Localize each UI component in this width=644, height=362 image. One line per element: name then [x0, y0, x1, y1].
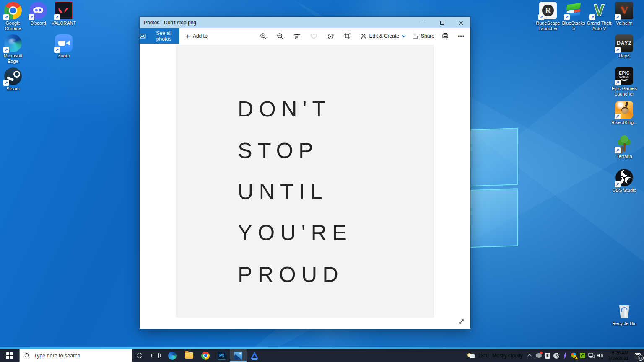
- photoshop-icon: Ps: [218, 352, 226, 360]
- photo-viewer-canvas: DON'T STOP UNTIL YOU'RE PROUD: [140, 44, 470, 329]
- action-center-button[interactable]: 17: [631, 349, 644, 362]
- show-hidden-icons-button[interactable]: [526, 349, 534, 362]
- weather-condition: Mostly cloudy: [492, 353, 523, 359]
- photo-text-line: YOU'RE: [238, 220, 352, 245]
- shortcut-arrow-icon: ↗: [54, 14, 60, 20]
- add-to-label: Add to: [193, 33, 208, 39]
- desktop-icon-discord[interactable]: ↗ Discord: [25, 2, 51, 26]
- delete-button[interactable]: [292, 30, 302, 42]
- minimize-button[interactable]: [414, 17, 433, 28]
- fullscreen-button[interactable]: [456, 316, 466, 326]
- share-icon: [412, 33, 418, 39]
- tray-nvidia-button[interactable]: [579, 352, 586, 359]
- desktop-icon-label: Recycle Bin: [611, 321, 637, 326]
- desktop-icon-label: OBS Studio: [611, 188, 637, 193]
- see-all-photos-button[interactable]: See all photos: [140, 28, 179, 44]
- photos-window: Photos - Don't stop.png See all photos +…: [140, 17, 470, 329]
- close-button[interactable]: [452, 17, 470, 28]
- windows-logo-icon: [6, 352, 13, 359]
- shortcut-arrow-icon: ↗: [538, 14, 544, 20]
- desktop-icon-obs-studio[interactable]: ↗ OBS Studio: [611, 169, 637, 193]
- zoom-in-icon: [260, 33, 267, 40]
- desktop-icon-label: Microsoft Edge: [0, 53, 26, 64]
- photos-app-icon: [234, 352, 242, 360]
- desktop-icon-label: RuneScape Launcher: [535, 21, 561, 31]
- system-tray: 28°C Mostly cloudy E: [464, 349, 644, 362]
- desktop-icon-microsoft-edge[interactable]: ↗ Microsoft Edge: [0, 34, 26, 64]
- zoom-in-button[interactable]: [258, 30, 268, 42]
- desktop-icon-label: Grand Theft Auto V: [586, 21, 612, 31]
- edit-create-label: Edit & Create: [369, 33, 399, 39]
- toolbar-right-icons: Edit & Create Share •••: [360, 28, 466, 44]
- edit-create-button[interactable]: Edit & Create: [360, 33, 406, 39]
- tray-windows-security-button[interactable]: [571, 352, 577, 359]
- add-to-button[interactable]: + Add to: [182, 28, 211, 44]
- desktop-icon-dayz[interactable]: DAYZ ↗ DayZ: [611, 34, 637, 59]
- desktop-icon-recycle-bin[interactable]: Recycle Bin: [611, 302, 637, 326]
- speaker-icon: [597, 353, 603, 358]
- photo-text-line: STOP: [238, 138, 319, 163]
- shortcut-arrow-icon: ↗: [564, 14, 570, 20]
- desktop-icon-valorant[interactable]: ↗ VALORANT: [51, 2, 77, 26]
- taskbar-triangle-app-button[interactable]: [246, 349, 263, 362]
- print-button[interactable]: [440, 30, 450, 42]
- share-button[interactable]: Share: [412, 33, 434, 39]
- photoshop-button[interactable]: Ps: [213, 349, 230, 362]
- photos-app-button-active[interactable]: [230, 349, 247, 362]
- tray-volume-button[interactable]: [597, 352, 603, 359]
- desktop: ↗ Google Chrome ↗ Discord ↗ VALORANT ↗ M…: [0, 0, 644, 362]
- desktop-icon-terraria[interactable]: ↗ Terraria: [611, 135, 637, 159]
- taskbar-chrome-button[interactable]: [197, 349, 214, 362]
- window-titlebar[interactable]: Photos - Don't stop.png: [140, 17, 470, 28]
- see-more-button[interactable]: •••: [456, 30, 466, 42]
- desktop-icon-runescape[interactable]: R ↗ RuneScape Launcher: [535, 2, 561, 31]
- zoom-out-button[interactable]: [275, 30, 285, 42]
- crop-button[interactable]: [342, 30, 352, 42]
- plus-icon: +: [186, 33, 190, 40]
- shortcut-arrow-icon: ↗: [3, 14, 9, 20]
- rotate-button[interactable]: [325, 30, 335, 42]
- maximize-button[interactable]: [433, 17, 452, 28]
- shortcut-arrow-icon: ↗: [589, 14, 595, 20]
- favorite-button[interactable]: [309, 30, 319, 42]
- photo-image[interactable]: DON'T STOP UNTIL YOU'RE PROUD: [176, 45, 434, 318]
- ellipsis-icon: •••: [458, 33, 465, 39]
- desktop-icon-valheim[interactable]: V ↗ Valheim: [611, 2, 637, 26]
- shortcut-arrow-icon: ↗: [615, 114, 621, 119]
- desktop-icon-label: Zoom: [51, 53, 77, 59]
- desktop-icon-gtav[interactable]: V ↗ Grand Theft Auto V: [586, 2, 612, 31]
- close-icon: [459, 21, 463, 25]
- shortcut-arrow-icon: ↗: [615, 14, 621, 20]
- file-explorer-button[interactable]: [181, 349, 197, 362]
- desktop-icon-epic-games[interactable]: EPICGAMES ↗ Epic Games Launcher: [611, 67, 637, 97]
- shortcut-arrow-icon: ↗: [54, 47, 60, 53]
- task-view-icon: [153, 353, 159, 358]
- taskbar-edge-button[interactable]: [164, 349, 181, 362]
- discord-tray-icon: [536, 353, 542, 358]
- recycle-bin-icon: [615, 302, 633, 320]
- shortcut-arrow-icon: ↗: [615, 80, 621, 85]
- desktop-icon-rise-of-kingdoms[interactable]: ↗ RiseofKing...: [611, 101, 637, 125]
- crop-icon: [344, 33, 351, 39]
- taskbar-search-input[interactable]: Type here to search: [19, 349, 132, 362]
- desktop-icon-zoom[interactable]: ↗ Zoom: [51, 34, 77, 59]
- cortana-button[interactable]: [131, 349, 148, 362]
- tray-network-button[interactable]: [588, 352, 595, 359]
- photo-text-line: PROUD: [238, 262, 344, 287]
- tray-epic-button[interactable]: E: [544, 352, 551, 359]
- tray-discord-button[interactable]: [535, 352, 542, 359]
- chevron-up-icon: [527, 354, 532, 358]
- desktop-icon-bluestacks[interactable]: ↗ BlueStacks 5: [561, 2, 587, 31]
- tray-medal-button[interactable]: [562, 352, 568, 359]
- weather-widget[interactable]: 28°C Mostly cloudy: [464, 349, 527, 362]
- tray-steam-button[interactable]: [553, 352, 559, 359]
- taskbar-clock[interactable]: 8:26 AM 7/19/2021: [605, 350, 631, 361]
- task-view-button[interactable]: [147, 349, 164, 362]
- expand-diagonal-icon: [458, 318, 465, 325]
- taskbar: Type here to search Ps 28°C Mostly cloud…: [0, 349, 644, 362]
- desktop-icon-steam[interactable]: ↗ Steam: [0, 67, 26, 92]
- start-button[interactable]: [0, 349, 19, 362]
- shortcut-arrow-icon: ↗: [615, 147, 621, 153]
- desktop-icon-google-chrome[interactable]: ↗ Google Chrome: [0, 2, 26, 31]
- shortcut-arrow-icon: ↗: [3, 47, 9, 53]
